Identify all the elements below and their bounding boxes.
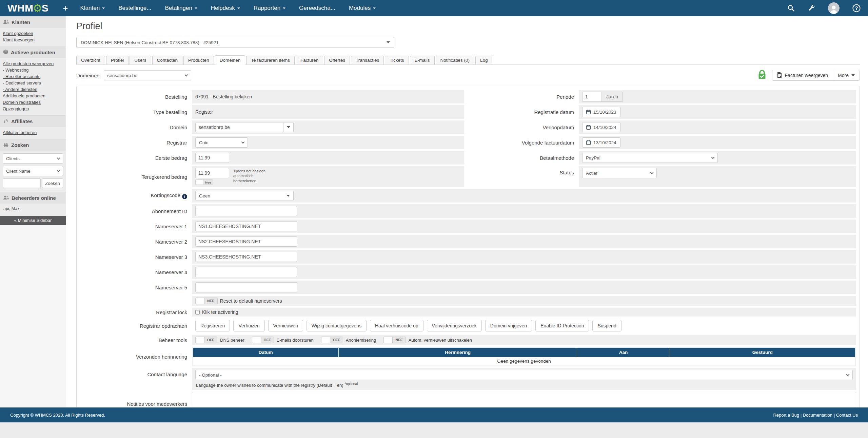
tab-facturen[interactable]: Facturen (296, 56, 323, 65)
sidebar-link-additionele-producten[interactable]: Additionele producten (3, 93, 66, 99)
chevron-down-icon (102, 7, 105, 9)
menu-modules[interactable]: Modules (349, 5, 376, 12)
notities-textarea[interactable] (192, 392, 856, 407)
domein-combobox[interactable]: sensationrp.be (195, 122, 294, 132)
menu-betalingen[interactable]: Betalingen (165, 5, 197, 12)
sidebar-link-reseller-accounts[interactable]: - Reseller accounts (3, 73, 66, 80)
sidebar-section-affiliates: Affiliates (0, 115, 66, 127)
menu-gereedschap[interactable]: Gereedscha... (299, 5, 335, 12)
minimise-sidebar-button[interactable]: « Minimise Sidebar (0, 216, 66, 225)
emails-doorsturen-toggle[interactable]: OFF (252, 337, 274, 343)
registrar-lock-checkbox[interactable] (195, 310, 200, 315)
verhuizen-button[interactable]: Verhuizen (233, 320, 264, 331)
terugkerend-bedrag-input[interactable] (195, 168, 229, 178)
sidebar-link-klant-opzoeken[interactable]: Klant opzoeken (3, 30, 66, 37)
sidebar-link-affiliates-beheren[interactable]: Affiliates beheren (3, 129, 66, 136)
sidebar-link-dedicated-servers[interactable]: - Dedicated servers (3, 80, 66, 86)
herbereken-toggle[interactable]: Nee (195, 179, 213, 185)
sidebar-link-domein-registraties[interactable]: Domein registraties (3, 99, 66, 106)
client-select[interactable]: DOMINICK HELSEN (Helsen Construct BE 077… (76, 37, 394, 48)
invoice-icon (777, 72, 782, 79)
tab-notificaties[interactable]: Notificaties (0) (436, 56, 474, 65)
tab-overzicht[interactable]: Overzicht (76, 56, 105, 65)
row-nameserver-1: Nameserver 1 (80, 220, 856, 233)
sidebar-link-alle-producten[interactable]: Alle producten weergeven (3, 60, 66, 67)
dns-beheer-toggle[interactable]: OFF (195, 337, 217, 343)
domein-label: Domein (80, 120, 192, 134)
menu-klanten[interactable]: Klanten (80, 5, 105, 12)
row-terugkerend-status: Terugkerend bedrag Nee Tijdens het opsla… (80, 166, 856, 187)
chevron-down-icon (57, 156, 60, 159)
suspend-button[interactable]: Suspend (592, 320, 621, 331)
domain-select[interactable]: sensationrp.be (104, 70, 191, 80)
enable-id-protection-button[interactable]: Enable ID Protection (535, 320, 589, 331)
menu-helpdesk[interactable]: Helpdesk (211, 5, 240, 12)
whmcs-logo[interactable]: WHM⚙S (7, 2, 48, 14)
documentation-link[interactable]: Documentation (799, 413, 832, 418)
wrench-icon[interactable] (808, 4, 815, 12)
menu-rapporten[interactable]: Rapporten (254, 5, 285, 12)
sidebar-link-andere-diensten[interactable]: - Andere diensten (3, 86, 66, 93)
tab-contacten[interactable]: Contacten (152, 56, 183, 65)
tab-profiel[interactable]: Profiel (106, 56, 129, 65)
verloopdatum-input[interactable]: 14/10/2024 (582, 122, 620, 132)
autom-vernieuwen-toggle[interactable]: NEE (383, 337, 406, 343)
tab-offertes[interactable]: Offertes (324, 56, 350, 65)
search-type-select[interactable]: Clients (3, 153, 63, 164)
wijzig-contactgegevens-button[interactable]: Wijzig contactgegevens (307, 320, 367, 331)
tab-te-factureren-items[interactable]: Te factureren items (246, 56, 295, 65)
anoniemisering-toggle[interactable]: OFF (321, 337, 343, 343)
nameserver-5-input[interactable] (195, 282, 297, 292)
tab-transacties[interactable]: Transacties (351, 56, 384, 65)
nameserver-4-input[interactable] (195, 267, 297, 277)
contact-us-link[interactable]: Contact Us (832, 413, 858, 418)
search-field-select[interactable]: Client Name (3, 166, 63, 176)
betaalmethode-select[interactable]: PayPal (582, 153, 718, 163)
menu-bestellingen[interactable]: Bestellinge... (118, 5, 151, 12)
search-icon[interactable] (787, 4, 795, 12)
lock-status-icon (757, 70, 767, 81)
haal-verhuiscode-op-button[interactable]: Haal verhuiscode op (370, 320, 423, 331)
quick-add-icon[interactable]: + (63, 3, 68, 14)
sidebar-link-webhosting[interactable]: - Webhosting (3, 67, 66, 73)
info-icon[interactable] (182, 194, 187, 199)
bestelling-value-link[interactable]: 67091 - Bestelling bekijken (195, 94, 252, 99)
vernieuwen-button[interactable]: Vernieuwen (268, 320, 303, 331)
tab-tickets[interactable]: Tickets (385, 56, 409, 65)
sidebar-search-input[interactable] (3, 178, 41, 188)
domain-form-panel: Bestelling 67091 - Bestelling bekijken P… (76, 86, 860, 407)
nameserver-3-input[interactable] (195, 252, 297, 262)
report-a-bug-link[interactable]: Report a Bug (773, 413, 799, 418)
contact-language-select[interactable]: - Optional - (195, 370, 853, 380)
tab-domeinen[interactable]: Domeinen (215, 55, 245, 65)
reset-nameservers-toggle[interactable]: NEE (195, 298, 218, 304)
nameserver-1-input[interactable] (195, 221, 297, 231)
registratie-datum-input[interactable]: 15/10/2023 (582, 107, 620, 117)
tab-users[interactable]: Users (130, 56, 151, 65)
abonnement-id-input[interactable] (195, 206, 297, 216)
status-select[interactable]: Actief (582, 168, 657, 178)
sidebar-section-zoeken: Zoeken (0, 139, 66, 151)
row-nameserver-5: Nameserver 5 (80, 281, 856, 294)
more-button[interactable]: More (833, 70, 860, 81)
registreren-button[interactable]: Registreren (195, 320, 230, 331)
eerste-bedrag-input[interactable] (195, 153, 229, 163)
help-icon[interactable]: ? (852, 4, 861, 12)
sidebar-search-button[interactable]: Zoeken (42, 178, 63, 188)
tab-emails[interactable]: E-mails (410, 56, 435, 65)
periode-input[interactable] (582, 92, 602, 102)
registrar-select[interactable]: Cnic (195, 137, 248, 148)
chevron-down-icon (846, 373, 850, 376)
sidebar-link-klant-toevoegen[interactable]: Klant toevoegen (3, 37, 66, 43)
tab-log[interactable]: Log (475, 56, 493, 65)
user-avatar[interactable] (828, 2, 840, 14)
verwijderingsverzoek-button[interactable]: Verwijderingsverzoek (427, 320, 482, 331)
domein-vrijgeven-button[interactable]: Domein vrijgeven (485, 320, 532, 331)
combo-dropdown-button[interactable] (283, 122, 294, 132)
kortingscode-select[interactable]: Geen (195, 191, 294, 201)
view-invoices-button[interactable]: Facturen weergeven (772, 70, 833, 81)
sidebar-link-opzeggingen[interactable]: Opzeggingen (3, 106, 66, 112)
tab-producten[interactable]: Producten (183, 56, 214, 65)
nameserver-2-input[interactable] (195, 236, 297, 247)
volgende-factuurdatum-input[interactable]: 13/10/2024 (582, 137, 620, 148)
